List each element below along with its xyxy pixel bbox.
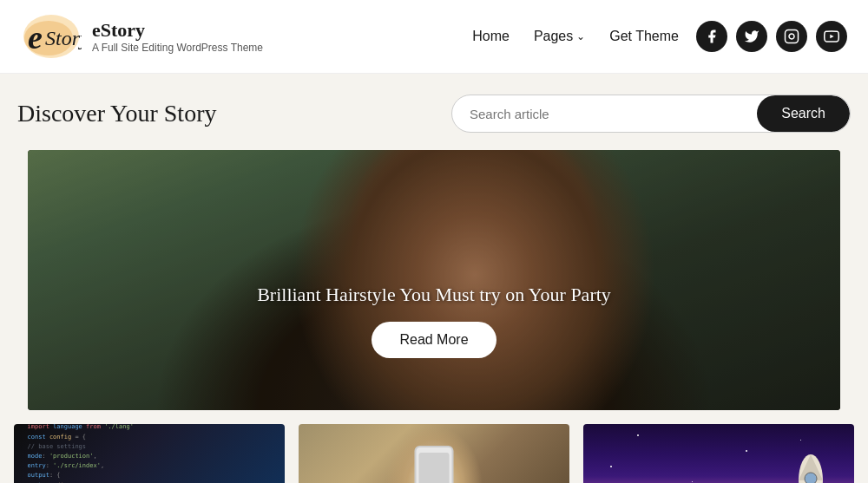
svg-text:Story: Story: [45, 27, 82, 49]
search-bar: Search: [451, 95, 851, 133]
cards-section: // language detection import language fr…: [0, 410, 868, 483]
svg-rect-4: [786, 30, 799, 43]
svg-marker-6: [830, 35, 833, 39]
facebook-icon[interactable]: [696, 21, 727, 52]
logo-subtitle: A Full Site Editing WordPress Theme: [92, 42, 263, 54]
youtube-icon[interactable]: [816, 21, 847, 52]
site-header: e Story eStory A Full Site Editing WordP…: [0, 0, 868, 74]
logo-icon[interactable]: e Story: [21, 10, 82, 62]
nav-home[interactable]: Home: [472, 29, 510, 44]
rocket-svg: [780, 446, 841, 483]
card-rocket[interactable]: [583, 424, 854, 483]
read-more-button[interactable]: Read More: [372, 322, 496, 358]
card-food[interactable]: [299, 424, 569, 483]
code-preview: // language detection import language fr…: [28, 424, 272, 483]
logo-text-block: eStory A Full Site Editing WordPress The…: [92, 19, 263, 54]
svg-point-8: [805, 473, 817, 483]
svg-text:e: e: [28, 19, 43, 55]
chevron-down-icon: ⌄: [576, 30, 585, 42]
hero-section: Brilliant Hairstyle You Must try on Your…: [0, 150, 868, 410]
search-input[interactable]: [452, 96, 757, 132]
search-button[interactable]: Search: [757, 95, 850, 132]
hero-image: Brilliant Hairstyle You Must try on Your…: [28, 150, 840, 410]
logo-title: eStory: [92, 19, 263, 42]
search-section: Discover Your Story Search: [0, 74, 868, 150]
nav-pages[interactable]: Pages ⌄: [534, 29, 585, 44]
hero-title: Brilliant Hairstyle You Must try on Your…: [28, 284, 840, 306]
hero-content: Brilliant Hairstyle You Must try on Your…: [28, 284, 840, 358]
hero-overlay: [28, 150, 840, 410]
nav-get-theme[interactable]: Get Theme: [609, 29, 679, 44]
logo-area: e Story eStory A Full Site Editing WordP…: [21, 10, 472, 62]
twitter-icon[interactable]: [736, 21, 767, 52]
instagram-icon[interactable]: [776, 21, 807, 52]
card-code[interactable]: // language detection import language fr…: [14, 424, 285, 483]
nav-pages-label: Pages: [534, 29, 573, 44]
main-nav: Home Pages ⌄ Get Theme: [472, 29, 679, 44]
social-icons: [696, 21, 847, 52]
discover-title: Discover Your Story: [17, 100, 216, 127]
